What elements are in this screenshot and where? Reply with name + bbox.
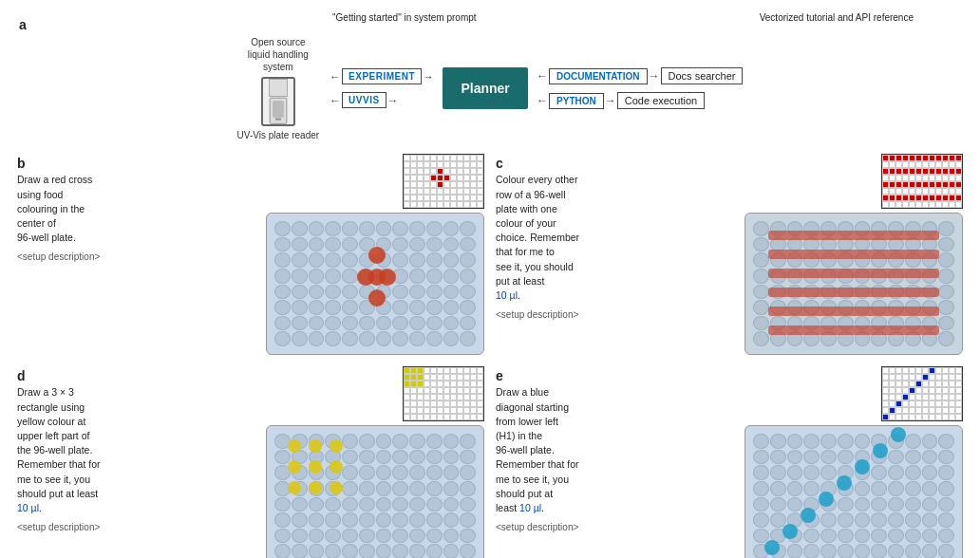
- dot-blue-2: [801, 508, 816, 523]
- uvvis-flow: ← UVVIS →: [329, 92, 400, 108]
- docs-searcher-box: Docs searcher: [661, 67, 744, 84]
- panel-b-text: b Draw a red crossusing foodcolouring in…: [17, 154, 155, 265]
- left-flows: ← EXPERIMENT → ← UVVIS →: [329, 68, 435, 108]
- experiment-flow: ← EXPERIMENT →: [329, 68, 435, 84]
- uvvis-box: UVVIS: [342, 92, 386, 108]
- panel-d-description: Draw a 3 × 3rectangle usingyellow colour…: [17, 386, 101, 513]
- panel-b-setup: <setup description>: [17, 251, 155, 265]
- planner-box: Planner: [443, 67, 528, 109]
- dot-yellow-1-1: [309, 460, 322, 474]
- panel-c-text: c Colour every otherrow of a 96-wellplat…: [496, 154, 633, 323]
- panel-c-label: c: [496, 156, 503, 171]
- top-label-center: "Getting started" in system prompt: [332, 11, 477, 24]
- panel-e: e Draw a bluediagonal startingfrom lower…: [496, 366, 963, 558]
- stripe-4: [768, 288, 939, 297]
- dot-blue-5: [855, 459, 870, 474]
- svg-rect-1: [273, 101, 284, 117]
- arrow-left-doc: ←: [537, 69, 548, 83]
- dot-yellow-0-0: [288, 439, 301, 453]
- arrow-left-uvvis: ←: [330, 94, 341, 107]
- panel-d: d Draw a 3 × 3rectangle usingyellow colo…: [17, 366, 484, 558]
- right-flows: ← DOCUMENTATION → Docs searcher ← PYTHON…: [536, 67, 743, 109]
- well-grid-e: (function(){ const g=document.currentScr…: [753, 434, 954, 558]
- panel-c-setup: <setup description>: [496, 308, 633, 323]
- dot-blue-4: [837, 475, 852, 491]
- panel-d-text: d Draw a 3 × 3rectangle usingyellow colo…: [17, 366, 155, 535]
- panel-c-mini-grid: (function(){ const grid=document.current…: [881, 154, 963, 209]
- bottom-grid: b Draw a red crossusing foodcolouring in…: [9, 154, 971, 558]
- stripe-1: [768, 231, 939, 240]
- documentation-box: DOCUMENTATION: [549, 68, 647, 84]
- arrow-right-python: →: [605, 94, 616, 107]
- panel-b-right: (function(){ const grid = document.curre…: [162, 154, 484, 355]
- documentation-flow: ← DOCUMENTATION → Docs searcher: [536, 67, 743, 84]
- panel-d-right: (function(){ const grid=document.current…: [162, 366, 484, 558]
- panel-e-right: (function(){ const grid=document.current…: [641, 366, 963, 558]
- dot-yellow-0-2: [330, 439, 343, 453]
- panel-c-right: (function(){ const grid=document.current…: [641, 154, 963, 355]
- stripe-2: [768, 250, 939, 259]
- python-box: PYTHON: [549, 93, 604, 109]
- dot-yellow-2-2: [330, 481, 343, 494]
- panel-e-label: e: [496, 368, 503, 383]
- panel-c: c Colour every otherrow of a 96-wellplat…: [496, 154, 963, 355]
- panel-d-mini-grid: (function(){ const grid=document.current…: [403, 366, 484, 421]
- experiment-box: EXPERIMENT: [342, 68, 422, 84]
- panel-b-description: Draw a red crossusing foodcolouring in t…: [17, 174, 92, 243]
- stripe-3: [768, 269, 939, 278]
- top-label-right: Vectorized tutorial and API reference: [760, 11, 914, 24]
- arrow-right-experiment: →: [423, 70, 434, 84]
- panel-b-mini-grid: (function(){ const grid = document.curre…: [403, 154, 484, 209]
- dot-blue-0: [764, 540, 780, 555]
- code-execution-box: Code execution: [617, 92, 705, 109]
- dot-red-3: [368, 247, 386, 264]
- uvvis-label: UV-Vis plate reader: [237, 130, 320, 140]
- liquid-handler-icon: [261, 77, 295, 126]
- panel-c-plate: (function(){ const g=document.currentScr…: [744, 213, 963, 355]
- svg-rect-2: [275, 118, 281, 120]
- stripe-6: [768, 326, 939, 335]
- dot-red-4: [368, 289, 386, 307]
- panel-d-label: d: [17, 368, 26, 383]
- panel-b-label: b: [17, 156, 26, 171]
- stripe-5: [768, 307, 939, 316]
- dot-yellow-1-2: [330, 460, 343, 474]
- panel-d-plate: (function(){ const g=document.currentScr…: [266, 425, 484, 558]
- dot-yellow-1-0: [288, 460, 301, 474]
- panel-e-text: e Draw a bluediagonal startingfrom lower…: [496, 366, 633, 535]
- arrow-right-uvvis: →: [387, 94, 399, 107]
- panel-e-setup: <setup description>: [496, 521, 633, 535]
- dot-blue-3: [819, 492, 834, 507]
- panel-d-setup: <setup description>: [17, 521, 155, 535]
- panel-b-plate: (function(){ const g=document.currentScr…: [266, 213, 484, 355]
- section-a: a "Getting started" in system prompt Vec…: [9, 9, 971, 154]
- dot-yellow-2-1: [309, 481, 322, 494]
- section-a-label: a: [19, 17, 27, 32]
- dot-blue-7: [891, 427, 906, 442]
- dot-yellow-0-1: [309, 439, 322, 453]
- python-flow: ← PYTHON → Code execution: [536, 92, 743, 109]
- dot-yellow-2-0: [288, 481, 301, 494]
- arrow-left-experiment: ←: [330, 70, 341, 84]
- dot-blue-6: [873, 443, 888, 458]
- panel-e-mini-grid: (function(){ const grid=document.current…: [881, 366, 963, 421]
- panel-c-description: Colour every otherrow of a 96-wellplate …: [496, 174, 579, 301]
- arrow-right-doc: →: [649, 69, 660, 83]
- panel-e-plate: (function(){ const g=document.currentScr…: [744, 425, 963, 558]
- left-device-cluster: Open sourceliquid handlingsystem UV-Vis …: [237, 36, 320, 140]
- arrow-left-python: ←: [537, 94, 548, 107]
- diagram: Open sourceliquid handlingsystem UV-Vis …: [237, 36, 744, 140]
- dot-blue-1: [782, 524, 798, 539]
- panel-e-description: Draw a bluediagonal startingfrom lower l…: [496, 386, 579, 513]
- well-grid-d: (function(){ const g=document.currentScr…: [274, 434, 476, 558]
- device-label: Open sourceliquid handlingsystem: [248, 36, 309, 73]
- panel-b: b Draw a red crossusing foodcolouring in…: [17, 154, 484, 355]
- dot-red-5: [368, 269, 386, 286]
